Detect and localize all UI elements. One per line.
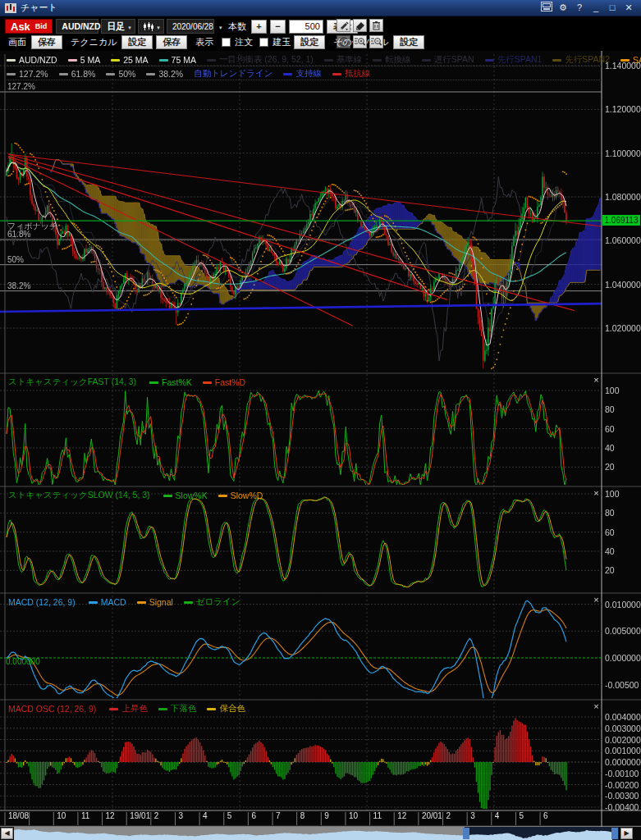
legend-swatch (207, 708, 216, 710)
legend-label: 転換線 (385, 54, 411, 66)
date-value: 2020/06/28 (172, 22, 213, 31)
legend-swatch (422, 59, 431, 62)
eraser-icon (355, 21, 365, 30)
legend-swatch (146, 73, 155, 75)
legend-swatch (159, 59, 168, 62)
legend-label: MACD (101, 597, 126, 607)
order-checkbox[interactable] (222, 38, 231, 47)
fib-level-label: 38.2% (7, 281, 30, 290)
legend-swatch (485, 59, 494, 62)
indicator-axis-label: 100 (605, 386, 620, 395)
date-field[interactable]: 2020/06/28 ▾ (167, 19, 214, 34)
other-tools-settings-button[interactable]: 設定 (393, 35, 424, 49)
csv-output-icon[interactable] (539, 2, 554, 14)
position-label: 建玉 (272, 36, 291, 48)
maximize-button[interactable]: □ (605, 2, 620, 14)
indicator-axis-label: 60 (605, 424, 615, 434)
legend-label: 38.2% (158, 69, 183, 79)
legend-label: 先行SPAN2 (565, 54, 610, 66)
settings-gear-button[interactable]: ⚙ (556, 2, 570, 14)
zoom-in-button[interactable] (353, 35, 367, 48)
indicator-axis-label: 40 (605, 443, 615, 453)
close-indicator-button[interactable]: × (592, 596, 601, 605)
eraser-button[interactable] (353, 19, 367, 32)
close-indicator-button[interactable]: × (592, 489, 601, 498)
ask-bid-toggle[interactable]: Ask Bid (5, 19, 53, 34)
legend-item: 75 MA (159, 55, 196, 65)
indicator-title: MACD (12, 26, 9) (8, 597, 76, 607)
legend-swatch (184, 601, 193, 604)
chart-type-select[interactable]: ▾ (138, 19, 164, 34)
legend-swatch (324, 59, 333, 62)
close-indicator-button[interactable]: × (592, 376, 601, 385)
decrease-bars-button[interactable]: − (270, 20, 286, 34)
bar-count-label: 本数 (228, 21, 246, 33)
screen-label: 画面 (8, 36, 26, 48)
legend-swatch (218, 495, 227, 497)
legend-swatch (283, 73, 292, 75)
legend-item: Slow%D (218, 491, 263, 500)
increase-bars-button[interactable]: + (251, 20, 267, 34)
legend-item: 先行SPAN2 (552, 54, 610, 66)
price-axis-label: 1.120000 (605, 104, 641, 114)
scroll-left-button[interactable]: ◀ (1, 828, 13, 839)
candlestick-icon (144, 22, 153, 31)
chevron-down-icon: ▾ (219, 25, 222, 33)
legend-item: 下落色 (158, 703, 197, 714)
x-axis-label: 4 (495, 811, 500, 820)
delete-drawings-button[interactable] (369, 19, 383, 32)
legend-swatch (109, 708, 118, 710)
legend-item: Fast%D (203, 377, 245, 387)
legend-item: 上昇色 (109, 703, 148, 714)
legend-swatch (111, 59, 120, 62)
x-axis-label: 11 (373, 811, 382, 820)
legend-item: Fast%K (149, 377, 192, 387)
position-checkbox[interactable] (259, 38, 268, 47)
titlebar: チャート ⚙ ? _ □ ✕ (0, 0, 641, 16)
legend-swatch (59, 73, 68, 75)
legend-item: 25 MA (111, 55, 148, 65)
indicator-axis-label: 0.001000 (605, 746, 641, 756)
display-settings-button[interactable]: 設定 (294, 35, 325, 49)
technical-settings-button[interactable]: 設定 (121, 35, 153, 49)
help-button[interactable]: ? (572, 2, 587, 14)
zoom-out-button[interactable] (369, 35, 383, 48)
indicator-axis-label: -0.00500 (605, 680, 639, 690)
legend-swatch (373, 59, 382, 62)
screen-save-button[interactable]: 保存 (31, 35, 62, 49)
legend-label: 保合色 (219, 703, 245, 714)
draw-pencil-button[interactable] (337, 19, 350, 32)
window-title: チャート (21, 2, 57, 14)
legend-item: 転換線 (373, 54, 411, 66)
scroll-right-button[interactable]: ▶ (620, 828, 633, 839)
scrollbar-minichart[interactable] (14, 827, 619, 840)
x-axis-label: 8 (300, 811, 305, 820)
ask-label[interactable]: Ask (11, 21, 30, 33)
legend-label: Signal (149, 597, 173, 607)
x-axis-label: 6 (543, 811, 548, 820)
legend-item: AUD/NZD (7, 55, 57, 65)
technical-label: テクニカル (71, 36, 117, 48)
legend-item: 自動トレンドライン (194, 68, 272, 80)
timeframe-value: 日足 (107, 21, 125, 33)
zoom-in-icon (355, 37, 365, 47)
legend-label: Slow%K (176, 491, 208, 500)
pair-select[interactable]: AUD/NZD ▾ (56, 19, 98, 34)
x-axis-label: 5 (519, 811, 524, 820)
legend-label: 25 MA (123, 55, 148, 65)
indicator-axis-label: -0.00100 (605, 769, 639, 778)
timeframe-select[interactable]: 日足 ▾ (101, 19, 135, 34)
chart-area[interactable]: AUD/NZD5 MA25 MA75 MA一目均衡表 (26, 9, 52, 1… (0, 51, 641, 827)
technical-save-button[interactable]: 保存 (156, 35, 187, 49)
close-indicator-button[interactable]: × (592, 702, 601, 711)
indicator-panel-header: ストキャスティックSLOW (14, 5, 3)Slow%KSlow%D (8, 490, 273, 501)
x-axis-label: 10 (57, 811, 66, 820)
fib-tool-label[interactable]: フィボナッチ (7, 221, 57, 232)
bid-label[interactable]: Bid (35, 22, 48, 30)
legend-item: 先行SPAN1 (485, 54, 543, 66)
chart-scrollbar[interactable]: ◀ ▶ (0, 827, 641, 840)
minimize-button[interactable]: _ (588, 2, 603, 14)
x-axis-label: 19/01 (130, 811, 150, 820)
close-button[interactable]: ✕ (621, 2, 636, 14)
bar-count-input[interactable] (289, 20, 323, 34)
